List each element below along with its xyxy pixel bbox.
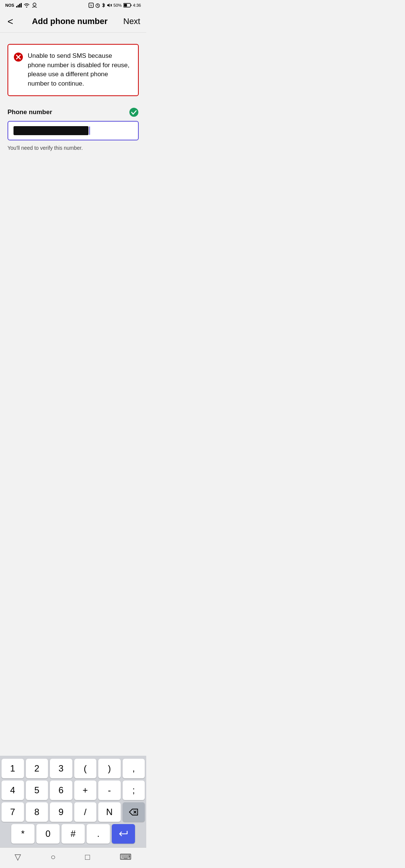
key-9[interactable]: 9: [50, 802, 72, 822]
key-period[interactable]: .: [87, 824, 110, 844]
key-close-paren[interactable]: ): [98, 759, 121, 778]
key-1[interactable]: 1: [2, 759, 24, 778]
key-hash[interactable]: #: [62, 824, 85, 844]
svg-text:N: N: [90, 4, 92, 7]
keyboard-row-4: * 0 # .: [2, 824, 145, 844]
signal-icon: [16, 3, 22, 8]
key-7[interactable]: 7: [2, 802, 24, 822]
profile-icon: [32, 3, 38, 8]
key-backspace[interactable]: [123, 802, 145, 822]
key-6[interactable]: 6: [50, 781, 72, 800]
phone-input-wrapper[interactable]: [8, 121, 139, 140]
key-n[interactable]: N: [98, 802, 121, 822]
status-right: N 50% 4:36: [88, 3, 141, 8]
mute-icon: [107, 3, 112, 8]
key-minus[interactable]: -: [98, 781, 121, 800]
top-nav: < Add phone number Next: [0, 11, 146, 33]
wifi-icon: [24, 3, 30, 8]
keyboard-row-1: 1 2 3 ( ) ,: [2, 759, 145, 778]
error-box: Unable to send SMS because phone number …: [8, 44, 139, 96]
svg-rect-9: [124, 4, 127, 7]
svg-line-5: [98, 6, 98, 6]
keyboard-row-2: 4 5 6 + - ;: [2, 781, 145, 800]
key-plus[interactable]: +: [74, 781, 97, 800]
key-2[interactable]: 2: [26, 759, 48, 778]
svg-rect-10: [130, 5, 131, 6]
nav-bar: ▽ ○ □ ⌨: [0, 847, 146, 868]
enter-icon: [118, 830, 129, 838]
keyboard-row-3: 7 8 9 / N: [2, 802, 145, 822]
svg-point-0: [33, 3, 36, 6]
key-8[interactable]: 8: [26, 802, 48, 822]
main-content: Unable to send SMS because phone number …: [0, 33, 146, 756]
key-star[interactable]: *: [11, 824, 34, 844]
back-button[interactable]: <: [4, 15, 16, 28]
carrier-text: NOS: [5, 3, 14, 8]
status-bar: NOS N: [0, 0, 146, 11]
verify-hint: You'll need to verify this number.: [8, 145, 139, 151]
alarm-icon: [95, 3, 100, 8]
key-slash[interactable]: /: [74, 802, 97, 822]
key-3[interactable]: 3: [50, 759, 72, 778]
key-0[interactable]: 0: [36, 824, 60, 844]
key-4[interactable]: 4: [2, 781, 24, 800]
page-title: Add phone number: [16, 17, 123, 26]
svg-point-14: [129, 108, 138, 117]
nfc-icon: N: [88, 3, 94, 8]
text-cursor: [89, 127, 90, 135]
key-enter[interactable]: [112, 824, 135, 844]
nav-home-button[interactable]: ○: [51, 852, 56, 862]
keyboard: 1 2 3 ( ) , 4 5 6 + - ; 7 8 9 / N * 0 # …: [0, 756, 146, 847]
bluetooth-icon: [102, 3, 105, 8]
phone-label-row: Phone number: [8, 107, 139, 117]
key-5[interactable]: 5: [26, 781, 48, 800]
time-text: 4:36: [133, 3, 141, 8]
key-semicolon[interactable]: ;: [123, 781, 145, 800]
key-comma[interactable]: ,: [123, 759, 145, 778]
nav-back-button[interactable]: ▽: [15, 852, 21, 862]
battery-icon: [123, 3, 132, 8]
phone-field-label: Phone number: [8, 108, 52, 116]
status-left: NOS: [5, 3, 38, 8]
battery-text: 50%: [114, 3, 122, 8]
backspace-icon: [129, 808, 138, 816]
error-icon: [14, 52, 23, 62]
nav-keyboard-button[interactable]: ⌨: [120, 852, 132, 862]
phone-input-redacted: [14, 126, 88, 135]
next-button[interactable]: Next: [123, 17, 140, 26]
error-message: Unable to send SMS because phone number …: [28, 51, 131, 89]
key-open-paren[interactable]: (: [74, 759, 97, 778]
check-icon: [129, 107, 139, 117]
nav-recent-button[interactable]: □: [85, 852, 90, 862]
